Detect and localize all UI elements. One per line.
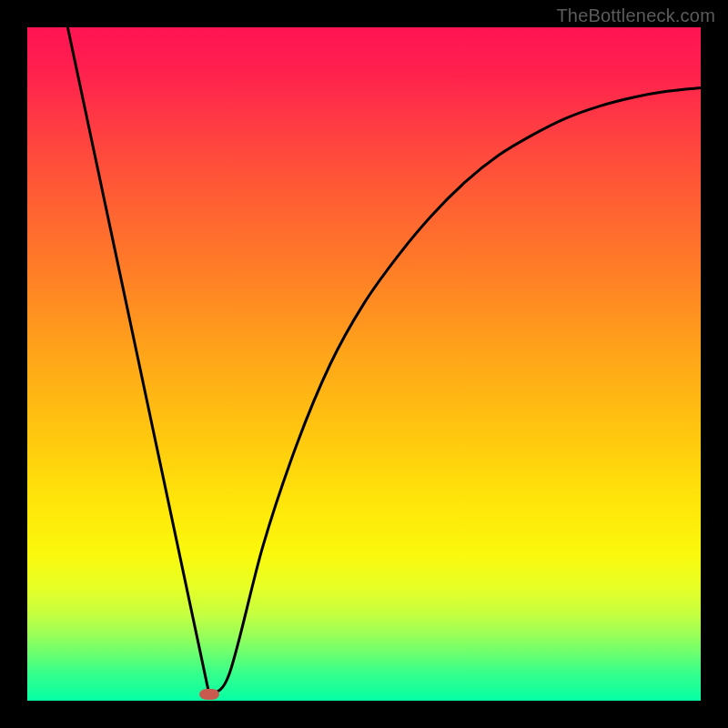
watermark-text: TheBottleneck.com [556,5,715,26]
chart-curve [27,27,701,701]
min-marker [199,689,219,700]
chart-frame: TheBottleneck.com [0,0,728,728]
curve-path [67,27,701,694]
chart-plot-area [27,27,701,701]
